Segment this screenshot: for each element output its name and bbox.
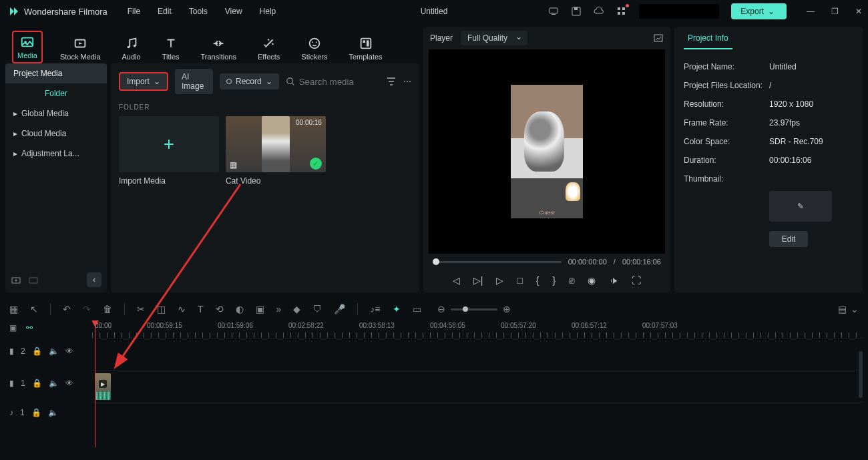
redo-icon[interactable]: ↷: [83, 304, 91, 314]
playhead[interactable]: [95, 320, 95, 447]
device-icon[interactable]: [548, 6, 559, 17]
menu-edit[interactable]: Edit: [158, 7, 172, 16]
mask-icon[interactable]: ▣: [256, 304, 264, 314]
tab-titles[interactable]: Titles: [158, 33, 184, 63]
mark-in-icon[interactable]: {: [536, 275, 539, 286]
menu-help[interactable]: Help: [260, 7, 276, 16]
track-lane-a1[interactable]: [92, 402, 863, 429]
zoom-slider[interactable]: [451, 308, 497, 310]
timeline-view-icon[interactable]: ▤: [838, 304, 847, 314]
more-icon[interactable]: ⋯: [403, 76, 411, 87]
link-icon[interactable]: ⚯: [26, 323, 33, 332]
lock-icon[interactable]: 🔒: [32, 347, 42, 356]
player-canvas[interactable]: Cutest: [429, 49, 665, 254]
menu-tools[interactable]: Tools: [189, 7, 208, 16]
timeline-clip[interactable]: ▶: [95, 373, 111, 400]
search-input[interactable]: [299, 77, 379, 87]
maximize-icon[interactable]: ❐: [829, 6, 840, 17]
tab-project-info[interactable]: Project Info: [684, 27, 732, 49]
menu-file[interactable]: File: [128, 7, 140, 16]
cloud-icon[interactable]: [594, 6, 604, 17]
mark-out-icon[interactable]: }: [553, 275, 556, 286]
save-icon[interactable]: [571, 6, 582, 17]
track-lane-v1[interactable]: ▶: [92, 370, 863, 402]
split-icon[interactable]: ✂: [137, 304, 145, 314]
play-icon[interactable]: ▷: [496, 275, 503, 286]
render-icon[interactable]: ▭: [413, 304, 421, 314]
more-tools-icon[interactable]: »: [276, 304, 282, 314]
tl-layout-icon[interactable]: ▦: [9, 304, 18, 314]
mic-icon[interactable]: 🎤: [334, 304, 345, 314]
undo-icon[interactable]: ↶: [63, 304, 71, 314]
new-bin-icon[interactable]: [28, 274, 39, 285]
tab-transitions[interactable]: Transitions: [197, 33, 240, 63]
visibility-icon[interactable]: 👁: [65, 347, 73, 356]
new-folder-icon[interactable]: [11, 274, 21, 285]
track-header-v1[interactable]: ▮1 🔒 🔈 👁: [5, 367, 92, 399]
lock-icon[interactable]: 🔒: [31, 408, 41, 417]
lock-icon[interactable]: 🔒: [32, 379, 42, 388]
apps-icon[interactable]: [616, 6, 627, 17]
tab-effects[interactable]: Effects: [254, 33, 284, 63]
mute-icon[interactable]: 🔈: [49, 379, 59, 388]
crop-icon[interactable]: ◫: [157, 304, 166, 314]
track-lane-v2[interactable]: [92, 338, 863, 370]
timeline-tracks[interactable]: 00:00 00:00:59:15 00:01:59:06 00:02:58:2…: [92, 320, 863, 447]
prev-frame-icon[interactable]: ◁: [453, 275, 460, 286]
sidebar-item-cloud-media[interactable]: ▸Cloud Media: [5, 124, 107, 144]
close-icon[interactable]: ✕: [853, 6, 864, 17]
export-button[interactable]: Export⌄: [731, 3, 787, 19]
tab-stock-media[interactable]: Stock Media: [56, 33, 105, 63]
tab-templates[interactable]: Templates: [345, 33, 386, 63]
stop-icon[interactable]: □: [517, 275, 522, 286]
keyframe-icon[interactable]: ◆: [293, 304, 300, 314]
mute-icon[interactable]: 🔈: [49, 347, 59, 356]
track-header-a1[interactable]: ♪1 🔒 🔈: [5, 399, 92, 426]
tl-cursor-icon[interactable]: ↖: [30, 304, 38, 314]
track-header-v2[interactable]: ▮2 🔒 🔈 👁: [5, 335, 92, 367]
sidebar-item-global-media[interactable]: ▸Global Media: [5, 103, 107, 124]
collapse-sidebar-icon[interactable]: ‹: [87, 272, 101, 287]
tab-stickers[interactable]: Stickers: [297, 33, 331, 63]
play-in-icon[interactable]: ▷|: [473, 275, 483, 286]
volume-icon[interactable]: 🕩: [609, 275, 618, 286]
delete-icon[interactable]: 🗑: [103, 304, 112, 314]
timeline-ruler[interactable]: 00:00 00:00:59:15 00:01:59:06 00:02:58:2…: [92, 320, 863, 338]
player-tab[interactable]: Player: [430, 33, 453, 43]
speed-icon[interactable]: ∿: [178, 304, 186, 314]
text-icon[interactable]: T: [198, 304, 204, 314]
zoom-in-icon[interactable]: ⊕: [503, 304, 511, 314]
audio-mix-icon[interactable]: ♪≡: [370, 304, 380, 314]
ai-image-button[interactable]: AI Image: [175, 69, 213, 94]
quality-dropdown[interactable]: Full Quality: [461, 31, 527, 45]
tracks-menu-icon[interactable]: ▣: [9, 323, 17, 332]
menu-view[interactable]: View: [225, 7, 242, 16]
camera-icon[interactable]: ◉: [588, 275, 596, 286]
mute-icon[interactable]: 🔈: [48, 408, 58, 417]
edit-button[interactable]: Edit: [769, 231, 808, 247]
import-media-card[interactable]: + Import Media: [119, 116, 219, 186]
import-button[interactable]: Import⌄: [119, 72, 168, 91]
account-area[interactable]: [639, 4, 719, 19]
tab-media[interactable]: Media: [12, 31, 43, 63]
search-media[interactable]: [286, 77, 379, 87]
zoom-out-icon[interactable]: ⊖: [437, 304, 445, 314]
seek-bar[interactable]: [433, 261, 562, 263]
chevron-down-icon[interactable]: ⌄: [851, 304, 859, 314]
fullscreen-icon[interactable]: ⛶: [632, 275, 641, 286]
thumbnail-box[interactable]: ✎: [769, 191, 832, 222]
timeline-scrollbar[interactable]: [859, 351, 863, 398]
visibility-icon[interactable]: 👁: [65, 379, 73, 388]
rotate-icon[interactable]: ⟲: [216, 304, 224, 314]
sidebar-item-folder[interactable]: Folder: [5, 83, 107, 103]
tab-audio[interactable]: Audio: [118, 33, 145, 63]
display-icon[interactable]: ⎚: [569, 275, 574, 286]
media-clip-card[interactable]: 00:00:16 ▦ ✓ Cat Video: [226, 116, 326, 186]
filter-icon[interactable]: [386, 76, 397, 87]
color-icon[interactable]: ◐: [236, 304, 244, 314]
minimize-icon[interactable]: —: [805, 6, 816, 17]
shield-icon[interactable]: ⛉: [312, 304, 322, 314]
snapshot-display-icon[interactable]: [653, 33, 664, 43]
marker-icon[interactable]: ✦: [393, 304, 401, 314]
record-button[interactable]: Record⌄: [220, 73, 279, 89]
